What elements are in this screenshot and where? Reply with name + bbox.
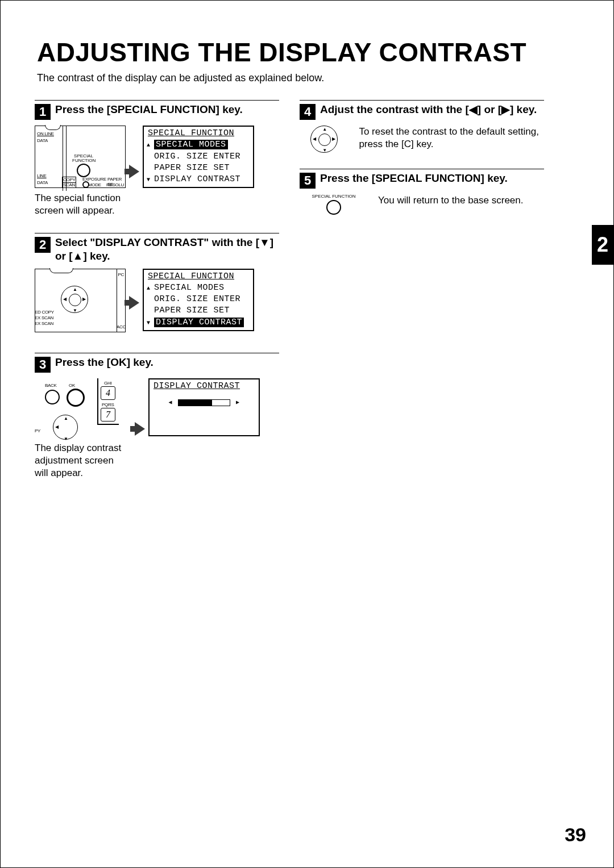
page-number: 39 xyxy=(565,824,586,846)
left-icon: ◀ xyxy=(313,136,316,141)
right-column: 4 Adjust the contrast with the [◀] or [▶… xyxy=(300,100,544,495)
label-ok: OK xyxy=(69,383,75,388)
right-icon: ▶ xyxy=(82,297,86,302)
label-exscan: EX SCAN xyxy=(35,321,53,326)
step-title: Press the [SPECIAL FUNCTION] key. xyxy=(320,172,508,185)
label-data: DATA xyxy=(37,138,48,143)
control-panel-illustration: ▲ ▼ ◀ ▶ xyxy=(300,126,349,153)
circle-button-icon xyxy=(326,200,341,215)
label-acc: ACC xyxy=(117,324,126,329)
dpad-icon: ▲ ◀ ▼ xyxy=(53,415,78,440)
arrow-right-icon xyxy=(129,296,139,310)
left-icon: ◀ xyxy=(55,424,59,429)
step-title: Adjust the contrast with the [◀] or [▶] … xyxy=(320,103,537,116)
step-number: 3 xyxy=(35,357,51,373)
right-icon: ▶ xyxy=(332,136,335,141)
up-triangle-icon: ▲ xyxy=(147,141,151,149)
step-3: 3 Press the [OK] key. BACK OK GHI 4 PQRS xyxy=(35,353,279,479)
right-triangle-icon: ▶ xyxy=(236,399,240,407)
label-py: PY xyxy=(35,428,40,433)
step-body: To reset the contrast to the default set… xyxy=(359,126,544,151)
step-1: 1 Press the [SPECIAL FUNCTION] key. ON L… xyxy=(35,100,279,217)
label-special-function: SPECIAL FUNCTION xyxy=(72,154,95,163)
lcd-selected: DISPLAY CONTRAST xyxy=(154,318,244,327)
left-triangle-icon: ◀ xyxy=(168,399,172,407)
lcd-display: SPECIAL FUNCTION ▲SPECIAL MODES ORIG. SI… xyxy=(143,269,254,331)
label-data2: DATA xyxy=(37,180,48,185)
contrast-bar-row: ◀ ▶ xyxy=(150,393,259,409)
up-icon: ▲ xyxy=(73,287,77,292)
intro-text: The contrast of the display can be adjus… xyxy=(37,72,585,84)
step-5: 5 Press the [SPECIAL FUNCTION] key. SPEC… xyxy=(300,169,544,215)
rule xyxy=(35,100,279,101)
back-button-icon xyxy=(45,390,60,404)
rule xyxy=(35,353,279,353)
lcd-line: ORIG. SIZE ENTER xyxy=(144,294,253,305)
control-panel-illustration: SPECIAL FUNCTION xyxy=(300,194,368,215)
control-panel-illustration: ON LINE DATA LINE DATA SPECIAL FUNCTION … xyxy=(35,126,126,217)
step-2: 2 Select "DISPLAY CONTRAST" with the [▼]… xyxy=(35,233,279,337)
down-icon: ▼ xyxy=(64,436,68,441)
page: ADJUSTING THE DISPLAY CONTRAST The contr… xyxy=(0,0,614,868)
down-icon: ▼ xyxy=(73,308,77,313)
section-tab: 2 xyxy=(592,225,613,265)
arrow-right-icon xyxy=(135,422,145,436)
control-panel-illustration: ▲ ▼ ◀ ▶ ED COPY EX SCAN EX SCAN PC ACC xyxy=(35,269,126,337)
tiny-circle-icon xyxy=(82,181,89,188)
special-function-button: SPECIAL FUNCTION xyxy=(311,194,356,215)
up-icon: ▲ xyxy=(64,416,68,421)
down-triangle-icon: ▼ xyxy=(147,319,151,327)
keypad-7: 7 xyxy=(101,408,115,422)
lcd-line: PAPER SIZE SET xyxy=(144,162,253,174)
step-number: 4 xyxy=(300,104,316,120)
page-heading: ADJUSTING THE DISPLAY CONTRAST xyxy=(37,37,585,68)
lcd-line: PAPER SIZE SET xyxy=(144,305,253,316)
left-column: 1 Press the [SPECIAL FUNCTION] key. ON L… xyxy=(35,100,279,495)
lcd-selected: SPECIAL MODES xyxy=(154,140,228,149)
lcd-line: ▼DISPLAY CONTRAST xyxy=(144,317,253,330)
step-number: 1 xyxy=(35,104,51,120)
rule xyxy=(300,100,544,101)
keypad-4: 4 xyxy=(101,386,115,400)
step-number: 2 xyxy=(35,237,51,253)
lcd-title: SPECIAL FUNCTION xyxy=(144,270,253,282)
label-resolu: RESOLU xyxy=(106,182,124,187)
step-number: 5 xyxy=(300,173,316,189)
lcd-line: ▼DISPLAY CONTRAST xyxy=(144,174,253,187)
lcd-line: ▲SPECIAL MODES xyxy=(144,139,253,151)
special-function-button: SPECIAL FUNCTION xyxy=(72,154,95,178)
step-caption: The special function screen will appear. xyxy=(35,192,126,217)
lcd-display: DISPLAY CONTRAST ◀ ▶ xyxy=(148,378,260,436)
step-body: You will return to the base screen. xyxy=(378,194,523,207)
lcd-title: DISPLAY CONTRAST xyxy=(150,379,259,393)
down-icon: ▼ xyxy=(322,148,327,153)
label-online: ON LINE xyxy=(37,131,54,136)
left-icon: ◀ xyxy=(63,297,67,302)
contrast-bar xyxy=(178,399,230,406)
step-title: Press the [SPECIAL FUNCTION] key. xyxy=(55,103,243,116)
down-triangle-icon: ▼ xyxy=(147,176,151,184)
lcd-display: SPECIAL FUNCTION ▲SPECIAL MODES ORIG. SI… xyxy=(143,126,254,188)
arrow-right-icon xyxy=(129,165,139,178)
step-4: 4 Adjust the contrast with the [◀] or [▶… xyxy=(300,100,544,153)
label-ghi: GHI xyxy=(104,381,111,386)
step-caption: The display contrast adjustment screen w… xyxy=(35,442,126,479)
dpad-icon: ▲ ▼ ◀ ▶ xyxy=(61,286,88,313)
control-panel-illustration: BACK OK GHI 4 PQRS 7 ▲ xyxy=(35,378,131,479)
label-mode: MODE xyxy=(88,182,101,187)
label-edcopy: ED COPY xyxy=(35,310,54,315)
rule xyxy=(300,169,544,169)
step-title: Select "DISPLAY CONTRAST" with the [▼] o… xyxy=(55,236,279,263)
dpad-icon: ▲ ▼ ◀ ▶ xyxy=(310,126,338,153)
up-icon: ▲ xyxy=(322,127,327,132)
circle-button-icon xyxy=(77,164,90,177)
step-title: Press the [OK] key. xyxy=(55,356,154,369)
lcd-line: ▲SPECIAL MODES xyxy=(144,282,253,294)
columns: 1 Press the [SPECIAL FUNCTION] key. ON L… xyxy=(35,100,585,495)
label-special-function: SPECIAL FUNCTION xyxy=(311,194,356,199)
label-line: LINE xyxy=(37,173,47,178)
rule xyxy=(35,233,279,233)
label-scan: SCAN xyxy=(62,182,76,188)
label-pqrs: PQRS xyxy=(102,402,114,407)
up-triangle-icon: ▲ xyxy=(147,285,151,293)
